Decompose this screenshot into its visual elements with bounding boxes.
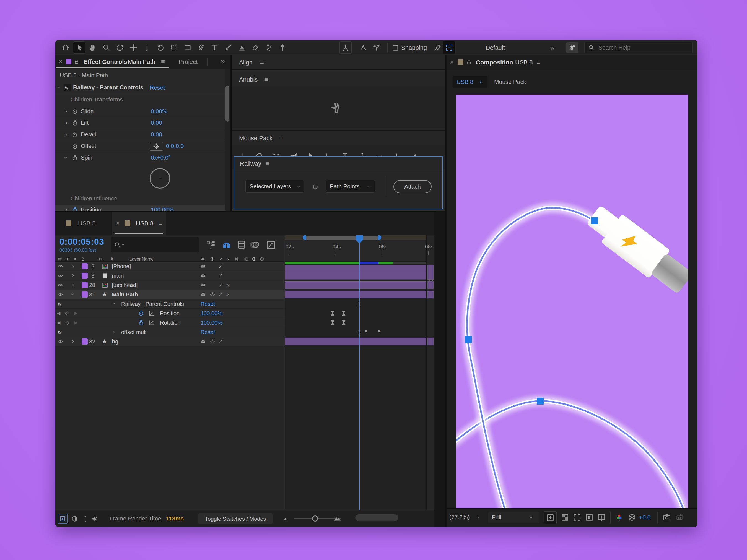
tool-button[interactable] [263, 42, 275, 53]
timeline-search-box[interactable]: › [111, 237, 199, 252]
stopwatch-active-icon[interactable] [138, 310, 145, 317]
quality-switch-icon[interactable] [218, 273, 224, 278]
mouse-pack-menu-icon[interactable]: ≡ [279, 134, 283, 142]
collapse-icon[interactable]: › [62, 157, 70, 158]
tab-usb8[interactable]: × USB 8 ≡ [112, 212, 166, 235]
layer-row-usb-head[interactable]: › 28 [usb head] fx [55, 281, 285, 290]
breadcrumb-back-button[interactable]: USB 8 ‹ [453, 76, 488, 88]
property-row-position[interactable]: ◀ ◇ ▶ Position 100.00% [55, 309, 285, 318]
shy-switch-icon[interactable] [200, 291, 206, 297]
railway-target-dropdown[interactable]: Path Points › [326, 180, 375, 193]
eye-icon[interactable] [57, 264, 63, 269]
tab-composition[interactable]: Composition [476, 59, 513, 66]
work-area-start-handle[interactable] [303, 235, 306, 240]
comp-viewport[interactable] [456, 95, 688, 508]
effect-controls-layer-link[interactable]: Main Path [128, 58, 155, 65]
tab-project[interactable]: Project [179, 58, 198, 65]
tool-button[interactable] [60, 42, 71, 53]
expand-icon[interactable]: › [72, 272, 74, 279]
stopwatch-active-icon[interactable] [138, 319, 145, 326]
draft-mode-icon[interactable] [71, 515, 79, 523]
eye-icon[interactable] [57, 292, 63, 297]
stopwatch-icon[interactable] [71, 154, 78, 161]
property-value[interactable]: 0.00 [151, 119, 162, 126]
add-keyframe-icon[interactable]: ◇ [65, 319, 69, 325]
anubis-icon[interactable] [329, 101, 344, 115]
axis-view-button[interactable] [371, 42, 382, 53]
zoom-in-mountain-icon[interactable] [333, 514, 342, 523]
snap-along-edges-icon[interactable] [434, 44, 442, 51]
layer-row-phone[interactable]: › 2 [Phone] [55, 262, 285, 271]
property-name[interactable]: Position [160, 310, 180, 317]
workspace-settings-button[interactable] [566, 42, 578, 53]
effect-name[interactable]: Railway - Parent Controls [121, 301, 184, 307]
effects-switch-icon[interactable]: fx [226, 282, 231, 288]
align-panel-header[interactable]: Align ≡ [232, 55, 445, 70]
expand-icon[interactable]: › [113, 328, 115, 336]
search-help-input[interactable] [598, 44, 681, 51]
layer-row-main-path[interactable]: › 31 ★ Main Path fx [55, 290, 285, 299]
more-panels-icon[interactable]: » [221, 57, 225, 66]
layer-bar[interactable] [285, 272, 426, 279]
horizontal-scrollbar[interactable] [355, 514, 398, 521]
layer-name[interactable]: main [112, 273, 124, 279]
reset-link[interactable]: Reset [201, 301, 215, 307]
layer-name[interactable]: [usb head] [112, 282, 137, 288]
shy-switch-icon[interactable] [200, 339, 206, 344]
expand-icon[interactable]: › [65, 131, 67, 138]
layer-bar[interactable] [285, 291, 426, 298]
quality-switch-icon[interactable] [218, 282, 224, 288]
railway-source-dropdown[interactable]: Selected Layers › [246, 180, 304, 193]
panel-menu-icon[interactable]: ≡ [537, 58, 540, 66]
expand-icon[interactable]: › [72, 281, 74, 288]
shy-switch-icon[interactable] [200, 263, 206, 269]
timeline-zoom-slider-knob[interactable] [312, 515, 318, 522]
tool-button[interactable] [114, 42, 126, 53]
eye-icon[interactable] [57, 339, 63, 344]
property-row-slide[interactable]: › Slide 0.00% [55, 106, 225, 117]
expand-icon[interactable]: › [65, 108, 67, 115]
workspace-selector[interactable]: Default [470, 44, 520, 51]
close-tab-icon[interactable]: × [450, 59, 454, 66]
keyframe-icon[interactable] [341, 311, 346, 316]
layer-name[interactable]: bg [112, 339, 119, 345]
transparency-grid-icon[interactable] [561, 513, 569, 522]
collapse-switch-icon[interactable] [210, 291, 215, 297]
stopwatch-icon[interactable] [71, 143, 78, 150]
keyframe-icon[interactable] [330, 311, 335, 316]
tool-button[interactable] [277, 42, 288, 53]
anubis-menu-icon[interactable]: ≡ [264, 76, 268, 83]
property-name[interactable]: Rotation [160, 320, 181, 326]
close-tab-icon[interactable]: × [59, 58, 62, 65]
property-row-derail[interactable]: › Derail 0.00 [55, 129, 225, 140]
tool-button[interactable] [155, 42, 166, 53]
property-row-offset[interactable]: Offset 0.0,0.0 [55, 140, 225, 152]
collapse-switch-icon[interactable] [210, 339, 215, 344]
stopwatch-icon[interactable] [71, 119, 78, 126]
layer-label-chip[interactable] [82, 282, 88, 288]
exposure-icon[interactable] [627, 513, 636, 522]
audio-mute-icon[interactable] [91, 515, 99, 523]
resolution-dropdown[interactable]: Full › [488, 512, 540, 523]
effects-switch-icon[interactable]: fx [226, 291, 231, 297]
exposure-value[interactable]: +0.0 [639, 514, 650, 521]
composition-mini-flowchart-icon[interactable] [206, 240, 216, 250]
magnification-dropdown[interactable]: (77.2%) [449, 514, 470, 521]
lock-icon[interactable] [466, 59, 472, 65]
composition-name[interactable]: USB 8 [515, 59, 533, 66]
tool-button[interactable] [141, 42, 153, 53]
snapshot-icon[interactable] [662, 513, 671, 522]
playhead-line[interactable] [359, 242, 360, 516]
channel-rgb-icon[interactable] [615, 513, 624, 522]
frame-blending-icon[interactable] [236, 240, 247, 250]
add-keyframe-icon[interactable]: ◇ [65, 310, 69, 316]
search-help-box[interactable] [584, 42, 693, 53]
toggle-switches-button[interactable]: Toggle Switches / Modes [198, 513, 273, 524]
timeline-search-input[interactable] [125, 241, 186, 248]
keyframe-icon[interactable] [341, 320, 346, 325]
anubis-panel-header[interactable]: Anubis ≡ [232, 72, 445, 87]
motion-blur-icon[interactable] [250, 240, 260, 250]
layer-label-chip[interactable] [82, 273, 88, 279]
layer-bar[interactable] [285, 338, 426, 345]
expand-bounds-button[interactable] [443, 42, 456, 54]
